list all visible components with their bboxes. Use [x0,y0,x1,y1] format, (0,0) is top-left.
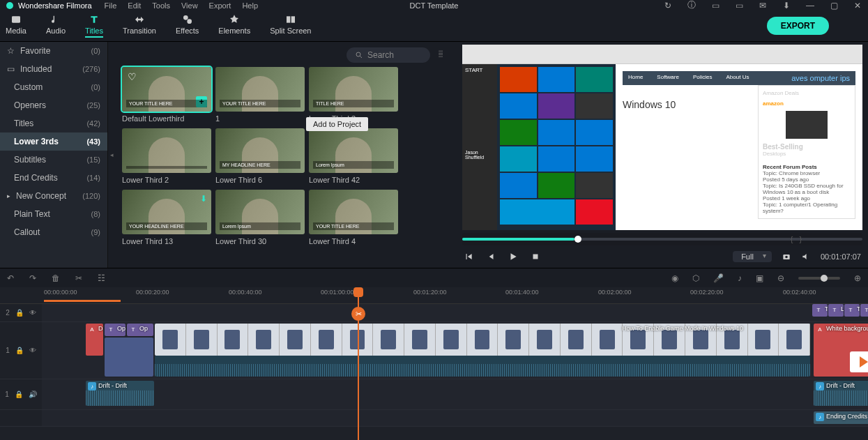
sidebar-item-end-credits[interactable]: End Credits(14) [0,169,107,187]
step-back-button[interactable] [486,252,496,261]
lock-icon[interactable]: 🔒 [15,347,24,354]
mute-icon[interactable]: 🔊 [29,390,37,398]
cut-icon[interactable]: ✂ [75,273,82,283]
menu-help[interactable]: Help [242,1,258,10]
zoom-knob[interactable] [821,275,828,282]
close-icon[interactable]: ✕ [853,1,862,10]
menu-view[interactable]: View [181,1,198,10]
sidebar-item-subtitles[interactable]: Subtitles(15) [0,151,107,169]
sync-icon[interactable]: ↻ [663,1,673,10]
visibility-icon[interactable]: 👁 [29,347,36,354]
zoom-slider[interactable] [798,277,840,280]
stop-button[interactable] [531,252,540,261]
prev-frame-button[interactable] [464,252,473,261]
video-track[interactable]: ADav TOp TOp How To Enable Game Mode In … [42,322,868,379]
lock-icon[interactable]: 🔒 [15,309,24,317]
sidebar-item-titles[interactable]: Titles(42) [0,114,107,132]
tab-effects[interactable]: Effects [176,14,199,38]
preview-video[interactable]: STARTJason Shuffield Home Software Polic… [462,45,862,230]
title-clip[interactable]: TT [844,304,860,317]
audio-track[interactable]: ♪Drift - Drift♪Drift - Drift [42,379,868,409]
download-icon[interactable]: ⬇ [200,194,207,204]
zoom-out-icon[interactable]: ⊖ [777,273,784,283]
collapse-sidebar-button[interactable]: ◂ [108,42,115,268]
audio-mixer-icon[interactable]: ♪ [738,273,742,283]
zoom-in-icon[interactable]: ⊕ [854,273,861,283]
title-thumb[interactable]: ⬇ YOUR HEADLINE HERE Lower Third 13 [122,190,211,245]
inbox-icon[interactable]: ✉ [758,1,768,10]
track-head-extra[interactable] [0,410,42,426]
sidebar-item-custom[interactable]: Custom(0) [0,78,107,96]
track-head-audio[interactable]: 1🔒🔊 [0,379,42,409]
title-thumb[interactable]: ♡ + YOUR TITLE HERE Default Lowerthird [122,67,211,123]
redo-icon[interactable]: ↷ [29,273,36,283]
title-thumb[interactable]: Lorem Ipsum Lower Third 30 [215,190,305,245]
preview-scrubber[interactable]: { } [462,233,862,245]
download-icon[interactable]: ⬇ [782,1,791,10]
sidebar-item-openers[interactable]: Openers(25) [0,96,107,114]
preview-quality-select[interactable]: Full [733,251,772,262]
tab-elements[interactable]: Elements [218,14,250,38]
track-head-1[interactable]: 1🔒👁 [0,322,42,379]
title-clip[interactable]: TT [812,304,828,317]
title-thumb[interactable]: YOUR TITLE HERE 1 [215,67,305,123]
audio-clip[interactable]: ♪Drift - Drift [814,381,868,406]
visibility-icon[interactable]: 👁 [29,309,36,317]
menu-tools[interactable]: Tools [152,1,170,10]
delete-icon[interactable]: 🗑 [52,273,60,283]
undo-icon[interactable]: ↶ [7,273,14,283]
maximize-icon[interactable]: ▢ [829,1,839,10]
track-head-2[interactable]: 2🔒👁 [0,304,42,321]
favorite-icon[interactable]: ♡ [128,71,137,82]
sidebar-item-included[interactable]: ▭Included(276) [0,60,107,78]
info-icon[interactable]: ⓘ [687,1,696,10]
sidebar-item-favorite[interactable]: ☆Favorite(0) [0,42,107,60]
timeline[interactable]: 00:00:00:0000:00:20:0000:00:40:0000:01:0… [0,287,868,440]
sidebar-item-plain-text[interactable]: Plain Text(8) [0,205,107,223]
playhead[interactable]: ✂ [358,287,359,440]
menu-edit[interactable]: Edit [128,1,141,10]
extra-track[interactable]: ♪Ending Credits [42,410,868,426]
sidebar-item-lower-3rds[interactable]: Lower 3rds(43) [0,132,107,151]
title-thumb[interactable]: TITLE HERE Lower Third 3 [309,67,398,123]
settings-icon[interactable]: ☷ [98,273,105,283]
window-icon-2[interactable]: ▭ [734,1,744,10]
title-clip[interactable]: TLo [860,304,868,317]
work-area-marker[interactable] [44,300,121,302]
render-icon[interactable]: ◉ [671,273,678,283]
lock-icon[interactable]: 🔒 [15,390,23,398]
tab-split-screen[interactable]: Split Screen [270,14,311,38]
tab-titles[interactable]: Titles [85,14,103,38]
window-icon-1[interactable]: ▭ [710,1,720,10]
title-thumb[interactable]: Lower Third 2 [122,128,211,184]
white-bg-clip[interactable]: AWhite background [814,324,868,377]
title-thumb[interactable]: MY HEADLINE HERE Lower Third 6 [215,128,305,184]
audio-clip[interactable]: ♪Drift - Drift [86,381,154,406]
menu-file[interactable]: File [105,1,117,10]
export-button[interactable]: EXPORT [767,17,829,35]
minimize-icon[interactable]: — [805,1,815,10]
search-input[interactable]: Search [347,47,430,63]
crop-icon[interactable]: ▣ [756,273,763,283]
play-button[interactable] [508,252,518,261]
menu-export[interactable]: Export [209,1,231,10]
playhead-scissor-icon[interactable]: ✂ [351,307,365,321]
title-clip[interactable]: TLo [828,304,844,317]
sidebar-item-callout[interactable]: Callout(9) [0,223,107,241]
timeline-ruler[interactable]: 00:00:00:0000:00:20:0000:00:40:0000:01:0… [0,287,868,304]
marker-icon[interactable]: ⬡ [692,273,699,283]
title-thumb[interactable]: Lorem Ipsum Lower Third 42 [309,128,398,184]
tab-transition[interactable]: Transition [123,14,156,38]
tab-media[interactable]: Media [6,14,26,38]
snapshot-icon[interactable] [782,252,791,261]
forum-item: Topic: Is 240GB SSD enough for Windows 1… [763,183,851,195]
volume-icon[interactable] [801,252,811,261]
scrubber-handle[interactable] [574,236,581,243]
title-track[interactable]: TTTLoTTTLoTT Op [42,304,868,321]
grid-view-icon[interactable]: ⦙⦙⦙ [439,50,450,61]
voiceover-icon[interactable]: 🎤 [713,273,724,283]
tab-audio[interactable]: Audio [46,14,66,38]
title-thumb[interactable]: YOUR TITLE HERE Lower Third 4 [309,190,398,245]
main-video-clip[interactable]: How To Enable Game Mode In Windows 10 [155,324,810,356]
sidebar-item-new-concept[interactable]: ▸New Concept(120) [0,187,107,205]
